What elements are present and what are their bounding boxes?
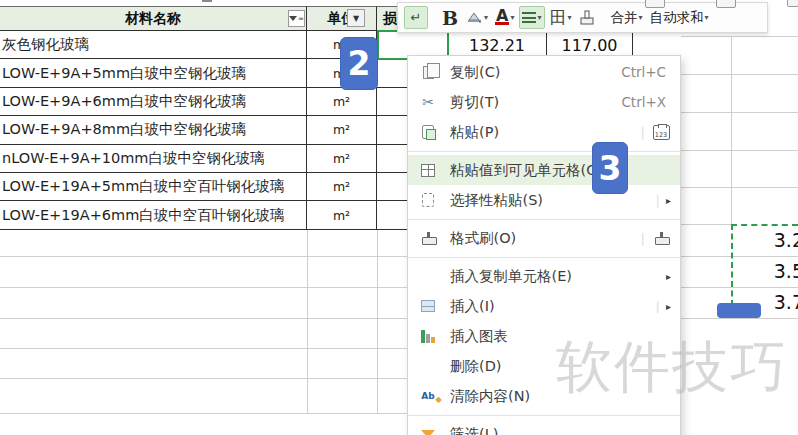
bold-icon: B xyxy=(442,7,458,29)
unit-cell[interactable]: m² xyxy=(307,173,377,201)
menu-item-label: 格式刷(O) xyxy=(450,229,516,248)
menu-item-格式刷(O)[interactable]: 格式刷(O)| xyxy=(408,223,680,253)
gridline xyxy=(0,348,407,349)
menu-item-筛选(L)[interactable]: 筛选(L) xyxy=(408,419,680,435)
gridline xyxy=(681,74,798,75)
loss-header-label: 损 xyxy=(383,10,397,28)
bold-button[interactable]: B xyxy=(440,6,460,29)
menu-item-label: 复制(C) xyxy=(450,63,500,82)
menu-item-剪切(T)[interactable]: ✂剪切(T)Ctrl+X xyxy=(408,87,680,117)
unit-cell[interactable]: m² xyxy=(307,88,377,116)
table-row: LOW-E+9A+5mm白玻中空钢化玻璃m² xyxy=(0,59,448,87)
unit-cell[interactable]: m² xyxy=(307,145,377,173)
brush-icon xyxy=(651,232,671,245)
material-name-cell[interactable]: LOW-E+19A+6mm白玻中空百叶钢化玻璃 xyxy=(0,201,307,229)
autofilter-icon[interactable]: = xyxy=(288,10,305,27)
material-name-cell[interactable]: nLOW-E+9A+10mm白玻中空钢化玻璃 xyxy=(0,145,307,173)
gridline xyxy=(681,318,798,319)
menu-item-选择性粘贴(S)[interactable]: 选择性粘贴(S)|▸ xyxy=(408,185,680,215)
font-color-icon: A xyxy=(495,10,509,25)
menu-item-粘贴(P)[interactable]: 粘贴(P)|123 xyxy=(408,117,680,147)
menu-item-复制(C)[interactable]: 复制(C)Ctrl+C xyxy=(408,57,680,87)
table-row: LOW-E+9A+8mm白玻中空钢化玻璃m² xyxy=(0,116,448,144)
gridline xyxy=(681,112,798,113)
menu-item-label: 插入(I) xyxy=(450,297,495,316)
funnel-icon xyxy=(289,16,297,21)
table-row: nLOW-E+9A+10mm白玻中空钢化玻璃m² xyxy=(0,145,448,173)
table-row: LOW-E+9A+6mm白玻中空钢化玻璃m² xyxy=(0,88,448,116)
menu-item-label: 选择性粘贴(S) xyxy=(450,191,543,210)
material-name-cell[interactable]: 灰色钢化玻璃 xyxy=(0,31,307,59)
step-badge-2: 2 xyxy=(340,37,378,90)
menu-item-label: 剪切(T) xyxy=(450,93,499,112)
autosum-button[interactable]: 自动求和 ▾ xyxy=(648,6,711,29)
menu-item-label: 删除(D) xyxy=(450,357,501,376)
menu-separator xyxy=(408,415,680,416)
menu-item-label: 清除内容(N) xyxy=(450,387,530,406)
menu-item-shortcut: Ctrl+C xyxy=(621,64,671,80)
unit-filter-dropdown[interactable]: ▼ xyxy=(347,9,365,27)
fill-color-button[interactable]: ▾ xyxy=(463,6,490,29)
insert-cells-icon xyxy=(418,300,438,312)
gridline xyxy=(0,318,407,319)
merge-button[interactable]: 合并 ▾ xyxy=(609,6,645,29)
wrap-text-button[interactable]: ↵ xyxy=(404,6,428,29)
font-color-button[interactable]: A ▾ xyxy=(493,6,516,29)
material-name-cell[interactable]: LOW-E+19A+5mm白玻中空百叶钢化玻璃 xyxy=(0,173,307,201)
column-header-material-name[interactable]: 材料名称 xyxy=(0,6,307,31)
menu-item-label: 插入图表 xyxy=(450,327,508,346)
column-header-unit[interactable]: 单位 xyxy=(307,6,377,31)
watermark: 软件技巧 xyxy=(556,330,788,406)
gridline xyxy=(0,378,407,379)
material-name-header-label: 材料名称 xyxy=(125,10,181,28)
menu-item-粘贴值到可见单元格(G)[interactable]: 粘贴值到可见单元格(G) xyxy=(408,155,680,185)
gridline xyxy=(731,36,732,225)
menu-item-label: 筛选(L) xyxy=(450,425,498,435)
border-button[interactable]: 田 ▾ xyxy=(548,6,574,29)
material-name-cell[interactable]: LOW-E+9A+5mm白玻中空钢化玻璃 xyxy=(0,59,307,87)
format-painter-icon xyxy=(579,9,595,26)
cut-icon: ✂ xyxy=(418,94,438,110)
menu-separator xyxy=(408,219,680,220)
cell-right-1[interactable]: 3.2 xyxy=(725,225,798,256)
menu-item-label: 粘贴(P) xyxy=(450,123,499,142)
menu-separator xyxy=(408,151,680,152)
gridline xyxy=(681,36,798,37)
table-row: LOW-E+19A+5mm白玻中空百叶钢化玻璃m² xyxy=(0,173,448,201)
material-name-cell[interactable]: LOW-E+9A+8mm白玻中空钢化玻璃 xyxy=(0,116,307,144)
gridline xyxy=(681,224,731,225)
wrap-text-icon: ↵ xyxy=(411,10,422,25)
submenu-arrow-icon: ▸ xyxy=(666,271,671,282)
material-name-cell[interactable]: LOW-E+9A+6mm白玻中空钢化玻璃 xyxy=(0,88,307,116)
gridline xyxy=(307,230,308,413)
align-caret-icon: ▾ xyxy=(537,13,541,22)
align-button[interactable]: ▾ xyxy=(519,6,544,29)
format-painter-icon xyxy=(418,232,438,245)
format-painter-button[interactable] xyxy=(577,6,597,29)
menu-item-插入(I)[interactable]: 插入(I)|▸ xyxy=(408,291,680,321)
unit-cell[interactable]: m² xyxy=(307,201,377,229)
autosum-caret-icon: ▾ xyxy=(705,13,709,22)
gridline xyxy=(0,413,407,414)
cut-fragment xyxy=(202,0,212,2)
paste-icon xyxy=(418,125,438,139)
gridline xyxy=(681,150,798,151)
gridline xyxy=(0,256,407,257)
cut-toolbar-fragment xyxy=(787,0,798,7)
gridline xyxy=(681,187,798,188)
menu-right-separator: | xyxy=(641,125,645,140)
step-badge-3: 3 xyxy=(592,142,628,194)
menu-item-label: 插入复制单元格(E) xyxy=(450,267,572,286)
unit-cell[interactable]: m² xyxy=(307,116,377,144)
align-center-icon xyxy=(522,12,536,23)
copy-icon xyxy=(418,66,438,79)
menu-item-label: 粘贴值到可见单元格(G) xyxy=(450,161,603,180)
cell-right-2[interactable]: 3.5 xyxy=(725,256,798,287)
menu-separator xyxy=(408,257,680,258)
merge-caret-icon: ▾ xyxy=(639,13,643,22)
menu-item-插入复制单元格(E)[interactable]: 插入复制单元格(E)▸ xyxy=(408,261,680,291)
menu-right-separator: | xyxy=(656,299,660,314)
menu-right-separator: | xyxy=(656,193,660,208)
fill-color-icon xyxy=(465,10,483,26)
clear-contents-icon: Ab xyxy=(418,391,438,401)
